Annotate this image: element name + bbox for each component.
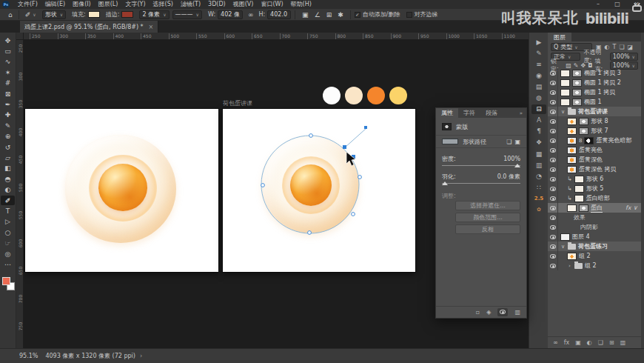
path-arrangement-icon[interactable]: ⊞ (326, 11, 332, 19)
filter-smartobject-icon[interactable]: ◪ (628, 44, 634, 50)
layer-thumbnail[interactable] (567, 127, 577, 135)
tab-字符[interactable]: 字符 (458, 108, 480, 118)
layer-row[interactable]: 椭圆 1 (548, 97, 641, 107)
collapse-panel-icon[interactable]: » (520, 108, 526, 118)
width-input[interactable]: 402 像 (218, 10, 243, 19)
layer-thumbnail[interactable] (579, 118, 588, 125)
gear-icon[interactable]: ✱ (338, 11, 343, 19)
visibility-toggle[interactable] (548, 68, 558, 78)
layer-row[interactable]: ∨荷包蛋讲课 (548, 107, 641, 116)
collapse-group-icon[interactable]: ∨ (560, 244, 566, 250)
expand-group-icon[interactable]: › (567, 263, 572, 269)
lasso-tool-icon[interactable]: ∿ (1, 57, 15, 67)
feather-slider[interactable] (442, 183, 520, 184)
layer-row[interactable]: 效果 (548, 213, 641, 222)
layer-thumbnail[interactable] (584, 137, 594, 144)
layer-name[interactable]: 内阴影 (580, 223, 598, 231)
layer-thumbnail[interactable] (567, 137, 577, 144)
menu-item-I[interactable]: 图像(I) (69, 0, 95, 9)
feather-value[interactable]: 0.0 像素 (497, 173, 520, 181)
visibility-toggle[interactable] (548, 184, 558, 193)
layer-row[interactable]: ↳蛋白暗部 (548, 193, 641, 203)
visibility-toggle[interactable] (548, 126, 558, 136)
eyedropper-tool-icon[interactable]: ✒ (1, 99, 15, 109)
histogram-panel-icon[interactable]: ◔ (531, 171, 546, 181)
layer-thumbnail[interactable] (567, 253, 577, 260)
layer-name[interactable]: 蛋白 (591, 204, 603, 213)
layer-row[interactable]: 形状 8 (548, 116, 641, 126)
layer-thumbnail[interactable] (560, 233, 570, 241)
delete-layer-icon[interactable]: ▥ (620, 339, 626, 346)
layer-name[interactable]: 组 2 (579, 252, 591, 260)
layer-name[interactable]: 组 2 (585, 262, 597, 270)
pen-tool-icon[interactable]: ✐ (1, 196, 15, 205)
layer-name[interactable]: 效果 (574, 213, 586, 222)
layer-thumbnail[interactable] (567, 166, 577, 173)
new-layer-icon[interactable]: ⊞ (609, 339, 614, 346)
filter-type-icon[interactable]: T (613, 44, 617, 50)
visibility-toggle[interactable] (548, 213, 558, 222)
layer-row[interactable]: 椭圆 1 拷贝 3 (548, 68, 641, 78)
layer-name[interactable]: 形状 8 (591, 117, 608, 125)
layer-name[interactable]: 蛋黄深色 拷贝 (579, 165, 617, 173)
layer-name[interactable]: 蛋黄亮色暗部 (596, 136, 631, 144)
history-brush-tool-icon[interactable]: ↺ (1, 142, 15, 152)
layers-tab[interactable]: 图层 (548, 33, 571, 41)
gradients-panel-icon[interactable]: ▥ (531, 160, 546, 170)
home-icon[interactable]: ⌂ (6, 11, 15, 19)
properties-panel-icon[interactable]: ⊟ (531, 104, 546, 114)
tab-段落[interactable]: 段落 (480, 108, 503, 118)
menu-item-H[interactable]: 帮助(H) (287, 0, 315, 9)
visibility-toggle[interactable] (548, 242, 558, 251)
shape-path-overlay[interactable] (223, 109, 415, 272)
layer-thumbnail[interactable] (579, 204, 588, 212)
layer-row[interactable]: 蛋黄亮色 (548, 145, 641, 155)
clone-stamp-tool-icon[interactable]: ⊕ (1, 132, 15, 141)
edit-toolbar-icon[interactable]: ⋯ (1, 259, 15, 269)
layer-name[interactable]: 椭圆 1 拷贝 2 (584, 79, 621, 87)
blur-tool-icon[interactable]: ◓ (1, 174, 15, 184)
visibility-toggle[interactable] (548, 116, 558, 126)
visibility-toggle[interactable] (548, 164, 558, 174)
apply-mask-icon[interactable]: ◈ (486, 309, 491, 316)
swatches-panel-icon[interactable]: ❖ (531, 138, 546, 147)
add-vector-mask-icon[interactable]: ▣ (514, 139, 520, 145)
eraser-tool-icon[interactable]: ▱ (1, 153, 15, 162)
info-panel-icon[interactable]: ∷ (531, 182, 546, 192)
layer-thumbnail[interactable] (560, 99, 570, 106)
visibility-toggle[interactable] (548, 136, 558, 145)
stroke-style-select[interactable]: ———∨ (172, 10, 202, 19)
visibility-toggle[interactable] (548, 97, 558, 107)
vertical-ruler[interactable]: 250300350400450500550600650700750 (16, 40, 24, 348)
visibility-toggle[interactable] (548, 222, 558, 232)
layer-thumbnail[interactable] (567, 147, 577, 154)
layer-thumbnail[interactable] (560, 70, 570, 77)
artboard-lesson[interactable] (223, 109, 415, 272)
version-badge[interactable]: 2.5 (531, 193, 546, 203)
tool-mode-select[interactable]: 形状∨ (42, 10, 66, 19)
libraries-panel-icon[interactable]: ◍ (531, 93, 546, 103)
path-operations-icon[interactable]: ▣ (302, 11, 309, 19)
layer-name[interactable]: 荷包蛋讲课 (578, 107, 608, 116)
menu-item-Y[interactable]: 文字(Y) (121, 0, 149, 9)
stroke-color-swatch[interactable] (121, 11, 133, 18)
move-tool-icon[interactable]: ✥ (1, 36, 15, 45)
toggle-mask-eye-icon[interactable] (497, 308, 508, 316)
layer-row[interactable]: 蛋白fx ∨ (548, 203, 641, 213)
frame-tool-icon[interactable]: ⊠ (1, 89, 15, 99)
mask-link-icon[interactable]: 8 (579, 138, 582, 144)
new-group-icon[interactable]: ❏ (598, 339, 603, 346)
menu-item-V[interactable]: 视图(V) (229, 0, 258, 9)
layer-thumbnail[interactable] (560, 79, 570, 87)
close-tab-icon[interactable]: × (149, 24, 154, 30)
layer-row[interactable]: ∨荷包蛋练习 (548, 242, 641, 251)
quick-selection-tool-icon[interactable]: ✶ (1, 67, 15, 77)
visibility-toggle[interactable] (548, 87, 558, 97)
anchor-point[interactable] (358, 176, 362, 179)
layer-row[interactable]: 椭圆 1 拷贝 (548, 87, 641, 97)
learn-panel-icon[interactable]: ◉ (531, 70, 546, 80)
layer-row[interactable]: ↳形状 5 (548, 184, 641, 193)
visibility-toggle[interactable] (548, 251, 558, 261)
brushes-panel-icon[interactable]: ✎ (531, 48, 546, 58)
visibility-toggle[interactable] (548, 78, 558, 87)
